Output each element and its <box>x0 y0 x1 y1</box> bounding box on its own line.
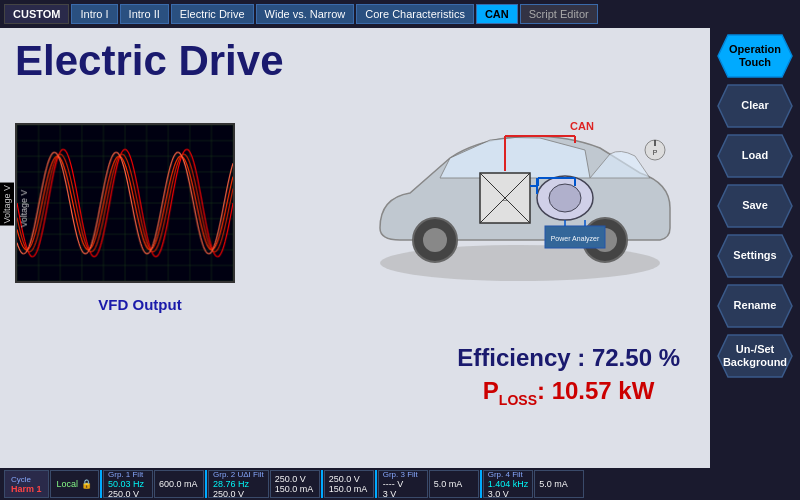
operation-touch-button[interactable]: OperationTouch <box>716 33 794 79</box>
group4-segment: Grp. 4 Filt 1.404 kHz 3.0 V <box>483 470 534 498</box>
group3b-segment: 5.0 mA <box>429 470 479 498</box>
rename-button[interactable]: Rename <box>716 283 794 329</box>
settings-label: Settings <box>733 249 776 262</box>
bottom-status-bar: Cycle Harm 1 Local 🔒 Grp. 1 Filt 50.03 H… <box>0 468 800 500</box>
group4b-ma: 5.0 mA <box>539 479 579 489</box>
rename-label: Rename <box>734 299 777 312</box>
group1-hz: 50.03 Hz <box>108 479 148 489</box>
divider3 <box>321 470 323 498</box>
load-button[interactable]: Load <box>716 133 794 179</box>
group4b-segment: 5.0 mA <box>534 470 584 498</box>
group4-title: Grp. 4 Filt <box>488 470 529 479</box>
efficiency-value: Efficiency : 72.50 % <box>457 344 680 372</box>
local-label: Local <box>57 479 79 489</box>
group2c-segment: 250.0 V 150.0 mA <box>324 470 374 498</box>
custom-tab[interactable]: CUSTOM <box>4 4 69 24</box>
group1-segment: Grp. 1 Filt 50.03 Hz 250.0 V <box>103 470 153 498</box>
group2c-v: 250.0 V <box>329 474 369 484</box>
cycle-segment: Cycle Harm 1 <box>4 470 49 498</box>
svg-point-11 <box>549 184 581 212</box>
group1-title: Grp. 1 Filt <box>108 470 148 479</box>
divider4 <box>375 470 377 498</box>
cycle-value: Harm 1 <box>11 484 42 494</box>
group1b-segment: 600.0 mA <box>154 470 204 498</box>
car-svg: CAN ~ Power Analyzer <box>350 78 690 288</box>
svg-point-2 <box>423 228 447 252</box>
group4-khz: 1.404 kHz <box>488 479 529 489</box>
car-diagram: CAN ~ Power Analyzer <box>350 78 690 288</box>
svg-text:P: P <box>653 149 658 156</box>
group2-v: 250.0 V <box>213 489 264 499</box>
group2-title: Grp. 2 UΔI Filt <box>213 470 264 479</box>
group2b-ma: 150.0 mA <box>275 484 315 494</box>
group3-segment: Grp. 3 Filt ---- V 3 V <box>378 470 428 498</box>
ploss-subscript: LOSS <box>499 392 537 408</box>
group1b-v: 600.0 mA <box>159 479 199 489</box>
group2c-ma: 150.0 mA <box>329 484 369 494</box>
lock-icon: 🔒 <box>81 479 92 489</box>
clear-label: Clear <box>741 99 769 112</box>
cycle-label: Cycle <box>11 475 42 484</box>
top-navigation: CUSTOM Intro I Intro II Electric Drive W… <box>0 0 800 28</box>
save-button[interactable]: Save <box>716 183 794 229</box>
local-segment: Local 🔒 <box>50 470 100 498</box>
tab-script-editor[interactable]: Script Editor <box>520 4 598 24</box>
save-label: Save <box>742 199 768 212</box>
right-sidebar: OperationTouch Clear Load Save <box>710 28 800 468</box>
divider5 <box>480 470 482 498</box>
voltage-axis-label: Voltage V <box>0 183 14 226</box>
oscilloscope-display <box>15 123 235 283</box>
tab-can[interactable]: CAN <box>476 4 518 24</box>
group4-v: 3.0 V <box>488 489 529 499</box>
ploss-value: PLOSS: 10.57 kW <box>457 377 680 408</box>
tab-intro-i[interactable]: Intro I <box>71 4 117 24</box>
clear-button[interactable]: Clear <box>716 83 794 129</box>
group3-ma: 3 V <box>383 489 423 499</box>
group2b-v: 250.0 V <box>275 474 315 484</box>
tab-wide-narrow[interactable]: Wide vs. Narrow <box>256 4 355 24</box>
group2b-segment: 250.0 V 150.0 mA <box>270 470 320 498</box>
efficiency-display: Efficiency : 72.50 % PLOSS: 10.57 kW <box>457 344 680 408</box>
tab-electric-drive[interactable]: Electric Drive <box>171 4 254 24</box>
divider <box>100 470 102 498</box>
divider2 <box>205 470 207 498</box>
vfd-output-label: VFD Output <box>50 296 230 313</box>
group2-hz: 28.76 Hz <box>213 479 264 489</box>
tab-core-characteristics[interactable]: Core Characteristics <box>356 4 474 24</box>
group3-title: Grp. 3 Filt <box>383 470 423 479</box>
load-label: Load <box>742 149 768 162</box>
operation-touch-label: OperationTouch <box>729 43 781 69</box>
svg-text:~: ~ <box>503 196 508 205</box>
svg-text:Power Analyzer: Power Analyzer <box>551 235 600 243</box>
left-panel: Electric Drive Voltage V VFD Output <box>0 28 710 468</box>
tab-intro-ii[interactable]: Intro II <box>120 4 169 24</box>
svg-text:CAN: CAN <box>570 120 594 132</box>
oscilloscope-canvas <box>17 125 233 281</box>
group3b-ma: 5.0 mA <box>434 479 474 489</box>
unset-background-button[interactable]: Un-/SetBackground <box>716 333 794 379</box>
ploss-number: : 10.57 kW <box>537 377 654 404</box>
group1-v: 250.0 V <box>108 489 148 499</box>
ploss-p-label: P <box>483 377 499 404</box>
main-content-area: Electric Drive Voltage V VFD Output <box>0 28 800 468</box>
unset-background-label: Un-/SetBackground <box>723 343 787 369</box>
group2-segment: Grp. 2 UΔI Filt 28.76 Hz 250.0 V <box>208 470 269 498</box>
settings-button[interactable]: Settings <box>716 233 794 279</box>
group3-v: ---- V <box>383 479 423 489</box>
